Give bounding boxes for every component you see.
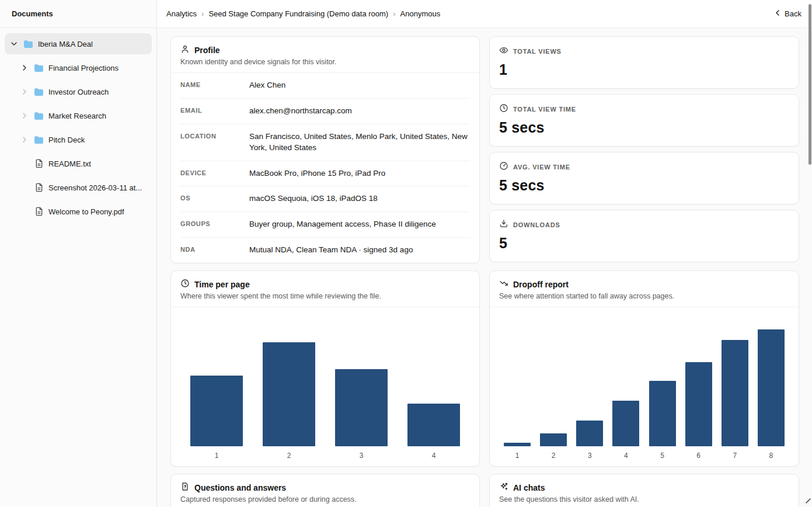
back-button-label: Back — [785, 9, 801, 18]
profile-row-groups: GROUPS Buyer group, Management access, P… — [180, 212, 470, 238]
sidebar-item-pitch-deck[interactable]: Pitch Deck — [15, 129, 152, 150]
stat-label: TOTAL VIEWS — [513, 48, 562, 55]
bar-column: 8 — [758, 329, 785, 460]
download-icon — [499, 219, 508, 231]
folder-icon — [23, 39, 33, 49]
timer-icon — [499, 161, 508, 173]
x-axis-tick-label: 3 — [360, 452, 364, 460]
ai-chats-title: AI chats — [513, 483, 545, 492]
stat-card-downloads: DOWNLOADS 5 — [489, 210, 799, 262]
x-axis-tick-label: 6 — [696, 452, 701, 460]
profile-row-value: Alex Chen — [249, 80, 470, 91]
file-question-icon — [180, 482, 190, 494]
sidebar-item-screenshot-2026-03-11-at[interactable]: Screenshot 2026-03-11 at... — [15, 177, 152, 198]
breadcrumb: Analytics›Seed Stage Company Fundraising… — [166, 9, 440, 18]
x-axis-tick-label: 2 — [552, 452, 556, 460]
sidebar-item-investor-outreach[interactable]: Investor Outreach — [15, 81, 152, 102]
chart-bar — [758, 329, 785, 446]
chart-bar — [335, 369, 388, 446]
stat-card-total-views: TOTAL VIEWS 1 — [489, 36, 799, 89]
bar-column: 3 — [576, 421, 603, 460]
sidebar-item-financial-projections[interactable]: Financial Projections — [15, 57, 152, 78]
profile-card-description: Known identity and device signals for th… — [180, 58, 470, 66]
tree-item-label: Screenshot 2026-03-11 at... — [48, 183, 142, 192]
x-axis-tick-label: 7 — [733, 452, 737, 460]
breadcrumb-item-2: Anonymous — [400, 9, 441, 18]
stat-value: 5 — [499, 235, 789, 252]
sidebar-title: Documents — [0, 0, 156, 28]
profile-rows: NAME Alex Chen EMAIL alex.chen@northstar… — [171, 73, 479, 263]
profile-row-label: DEVICE — [180, 168, 249, 176]
chevron-right-icon[interactable] — [20, 111, 29, 120]
time-per-page-header: Time per page Where this viewer spent th… — [171, 271, 479, 307]
stat-card-total-view-time: TOTAL VIEW TIME 5 secs — [489, 94, 799, 147]
chart-bar — [649, 381, 676, 446]
stat-label: DOWNLOADS — [513, 221, 560, 228]
x-axis-tick-label: 4 — [432, 452, 436, 460]
folder-icon — [34, 111, 44, 121]
sidebar-item-welcome-to-peony-pdf[interactable]: Welcome to Peony.pdf — [15, 201, 152, 222]
bar-column: 7 — [722, 340, 748, 460]
back-button[interactable]: Back — [773, 8, 801, 19]
ai-chats-description: See the questions this visitor asked wit… — [499, 495, 789, 503]
stat-value: 1 — [499, 61, 789, 78]
questions-answers-card: Questions and answers Captured responses… — [170, 474, 480, 507]
stats-column: TOTAL VIEWS 1 TOTAL VIEW TIME 5 secs AVG… — [489, 36, 799, 263]
tree-item-label: Iberia M&A Deal — [38, 40, 93, 48]
sparkles-icon — [499, 482, 508, 494]
profile-row-email: EMAIL alex.chen@northstarcap.com — [180, 99, 470, 124]
bar-column: 2 — [540, 433, 567, 460]
tree-item-label: Financial Projections — [48, 64, 119, 72]
profile-row-value: MacBook Pro, iPhone 15 Pro, iPad Pro — [249, 168, 470, 179]
stat-value: 5 secs — [499, 119, 789, 136]
person-icon — [180, 44, 190, 56]
bar-column: 1 — [504, 443, 531, 460]
bar-column: 1 — [190, 376, 243, 460]
trending-down-icon — [499, 279, 508, 290]
tree-item-label: Welcome to Peony.pdf — [48, 207, 124, 216]
tree-item-label: Market Research — [48, 112, 106, 120]
sidebar-item-readme-txt[interactable]: README.txt — [15, 153, 152, 174]
sidebar-item-market-research[interactable]: Market Research — [15, 105, 152, 126]
dropoff-report-title: Dropoff report — [513, 280, 569, 289]
chevron-right-icon[interactable] — [20, 135, 29, 144]
chevron-right-icon[interactable] — [20, 87, 29, 96]
stat-card-avg-view-time: AVG. VIEW TIME 5 secs — [489, 152, 799, 204]
breadcrumb-item-1[interactable]: Seed Stage Company Fundraising (Demo dat… — [208, 9, 388, 18]
profile-row-os: OS macOS Sequoia, iOS 18, iPadOS 18 — [180, 186, 470, 212]
questions-answers-title: Questions and answers — [194, 483, 286, 492]
chart-bar — [190, 376, 243, 446]
profile-row-nda: NDA Mutual NDA, Clean Team NDA · signed … — [180, 238, 470, 263]
clock-icon — [180, 279, 190, 290]
chart-bar — [504, 443, 531, 446]
x-axis-tick-label: 8 — [769, 452, 773, 460]
bar-column: 5 — [649, 381, 676, 460]
chevron-down-icon[interactable] — [9, 39, 19, 48]
eye-icon — [499, 46, 508, 57]
bar-column: 4 — [407, 404, 460, 460]
sidebar-item-iberia-m-a-deal[interactable]: Iberia M&A Deal — [5, 33, 152, 54]
profile-card-header: Profile Known identity and device signal… — [171, 37, 479, 73]
chart-bar — [407, 404, 460, 446]
chart-bar — [540, 433, 567, 446]
questions-answers-header: Questions and answers Captured responses… — [171, 474, 479, 507]
chart-bar — [722, 340, 748, 446]
folder-icon — [34, 135, 44, 145]
tree-item-label: README.txt — [48, 159, 91, 168]
profile-row-value: Mutual NDA, Clean Team NDA · signed 3d a… — [249, 245, 470, 256]
documents-sidebar: Documents Iberia M&A DealFinancial Proje… — [0, 0, 157, 507]
vertical-scrollbar-thumb[interactable] — [808, 4, 811, 165]
stat-value: 5 secs — [499, 177, 789, 194]
profile-row-label: GROUPS — [180, 219, 249, 227]
resize-handle-icon — [804, 495, 811, 506]
x-axis-tick-label: 1 — [215, 452, 219, 460]
app-window: Documents Iberia M&A DealFinancial Proje… — [0, 0, 812, 507]
profile-row-device: DEVICE MacBook Pro, iPhone 15 Pro, iPad … — [180, 161, 470, 187]
profile-card: Profile Known identity and device signal… — [170, 36, 480, 263]
breadcrumb-item-0[interactable]: Analytics — [166, 9, 197, 18]
profile-card-title: Profile — [194, 46, 220, 55]
dropoff-report-card: Dropoff report See where attention start… — [489, 270, 799, 467]
chart-bar — [576, 421, 603, 446]
chevron-right-icon[interactable] — [20, 63, 29, 72]
file-icon — [34, 207, 44, 217]
